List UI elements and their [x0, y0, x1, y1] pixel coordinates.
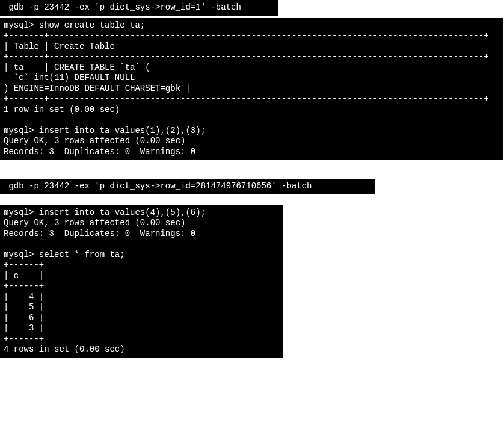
mysql-line: mysql> insert into ta values(1),(2),(3); — [4, 126, 206, 135]
gdb-command-1-text: gdb -p 23442 -ex 'p dict_sys->row_id=1' … — [4, 2, 241, 12]
gdb-command-2-text: gdb -p 23442 -ex 'p dict_sys->row_id=281… — [4, 181, 312, 191]
mysql-line: | 3 | — [4, 323, 44, 333]
mysql-line: Records: 3 Duplicates: 0 Warnings: 0 — [4, 229, 195, 238]
mysql-line: 1 row in set (0.00 sec) — [4, 105, 120, 114]
mysql-line: +-------+-------------------------------… — [4, 31, 489, 40]
mysql-line: | 6 | — [4, 313, 44, 323]
mysql-line: mysql> show create table ta; — [4, 20, 145, 30]
mysql-line: | c | — [4, 271, 44, 281]
mysql-line: mysql> select * from ta; — [4, 250, 125, 259]
mysql-line: mysql> insert into ta values(4),(5),(6); — [4, 208, 206, 217]
gdb-command-block-1: gdb -p 23442 -ex 'p dict_sys->row_id=1' … — [0, 0, 278, 16]
mysql-line: +------+ — [4, 260, 44, 270]
gdb-command-block-2: gdb -p 23442 -ex 'p dict_sys->row_id=281… — [0, 179, 375, 194]
spacer — [0, 197, 504, 205]
mysql-line: | 5 | — [4, 302, 44, 312]
mysql-line: +------+ — [4, 334, 44, 344]
mysql-line: +-------+-------------------------------… — [4, 52, 489, 61]
mysql-line: | 4 | — [4, 292, 44, 302]
spacer — [0, 162, 504, 179]
mysql-line: `c` int(11) DEFAULT NULL — [4, 73, 135, 82]
mysql-line: Query OK, 3 rows affected (0.00 sec) — [4, 218, 185, 228]
mysql-line: +-------+-------------------------------… — [4, 94, 489, 104]
mysql-line: | Table | Create Table — [4, 42, 115, 51]
mysql-line: +------+ — [4, 281, 44, 291]
mysql-line: | ta | CREATE TABLE `ta` ( — [4, 63, 150, 72]
mysql-line: Query OK, 3 rows affected (0.00 sec) — [4, 136, 185, 146]
mysql-line: ) ENGINE=InnoDB DEFAULT CHARSET=gbk | — [4, 84, 191, 93]
mysql-line: Records: 3 Duplicates: 0 Warnings: 0 — [4, 147, 195, 157]
mysql-line: 4 rows in set (0.00 sec) — [4, 344, 125, 354]
mysql-session-block-1: mysql> show create table ta; +-------+--… — [0, 18, 503, 160]
mysql-session-block-2: mysql> insert into ta values(4),(5),(6);… — [0, 205, 283, 358]
